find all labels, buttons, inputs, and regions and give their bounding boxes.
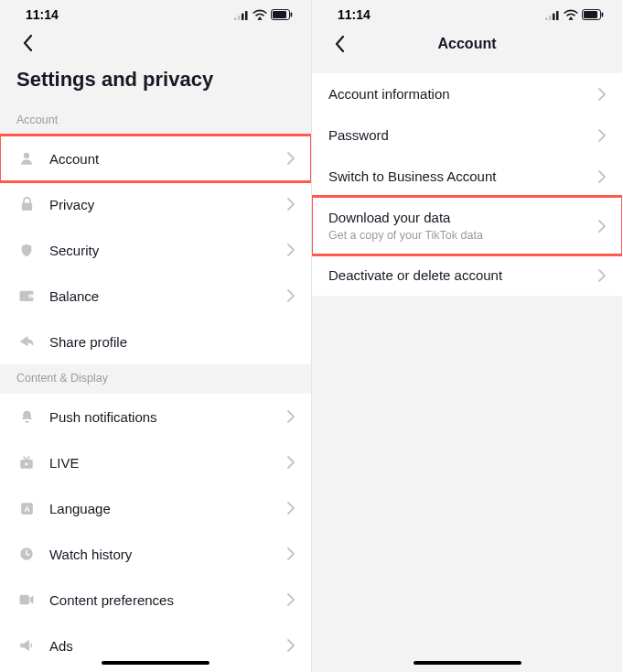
chevron-right-icon: [287, 639, 295, 652]
chevron-right-icon: [598, 170, 606, 183]
row-label: Account: [49, 151, 287, 167]
svg-rect-2: [242, 13, 244, 20]
status-time: 11:14: [26, 7, 59, 22]
chevron-right-icon: [598, 220, 606, 233]
language-icon: A: [16, 498, 37, 518]
row-label: Watch history: [49, 547, 287, 562]
chevron-right-icon: [287, 593, 295, 606]
home-indicator[interactable]: [102, 661, 209, 666]
svg-rect-22: [556, 11, 559, 20]
row-label: Security: [49, 243, 287, 258]
chevron-right-icon: [287, 502, 295, 515]
wallet-icon: [16, 286, 37, 306]
chevron-right-icon: [287, 152, 295, 165]
row-language[interactable]: A Language: [0, 485, 311, 531]
list-account-settings: Account information Password Switch to B…: [312, 73, 622, 296]
chevron-right-icon: [287, 456, 295, 469]
row-account-information[interactable]: Account information: [312, 73, 622, 114]
wifi-icon: [252, 9, 267, 20]
status-bar: 11:14: [0, 0, 311, 26]
svg-rect-3: [245, 11, 248, 20]
page-title: Settings and privacy: [0, 62, 311, 106]
list-account: Account Privacy Security Balance: [0, 135, 311, 364]
svg-rect-7: [291, 13, 293, 17]
phone-settings: 11:14 Settings and privacy Account Accou…: [0, 0, 311, 672]
row-share-profile[interactable]: Share profile: [0, 319, 311, 364]
svg-rect-0: [234, 17, 237, 20]
chevron-right-icon: [287, 198, 295, 211]
status-icons: [234, 9, 293, 20]
svg-point-23: [570, 17, 573, 20]
row-watch-history[interactable]: Watch history: [0, 531, 311, 577]
status-bar: 11:14: [312, 0, 622, 26]
chevron-left-icon: [23, 35, 33, 51]
chevron-left-icon: [335, 36, 345, 52]
row-label: Language: [49, 501, 287, 516]
row-label: Account information: [328, 86, 598, 102]
row-subtitle: Get a copy of your TikTok data: [328, 229, 598, 242]
svg-rect-26: [602, 13, 604, 17]
section-label-content: Content & Display: [0, 364, 311, 394]
nav-bar: [0, 26, 311, 62]
clock-icon: [16, 544, 37, 564]
row-label: Switch to Business Account: [328, 168, 598, 184]
row-deactivate[interactable]: Deactivate or delete account: [312, 255, 622, 296]
home-indicator[interactable]: [414, 661, 521, 666]
video-icon: [16, 590, 37, 610]
signal-icon: [545, 10, 560, 20]
row-download-data[interactable]: Download your data Get a copy of your Ti…: [312, 197, 622, 255]
row-live[interactable]: LIVE: [0, 439, 311, 485]
row-label: Deactivate or delete account: [328, 267, 598, 283]
row-password[interactable]: Password: [312, 114, 622, 156]
row-push-notifications[interactable]: Push notifications: [0, 394, 311, 439]
chevron-right-icon: [287, 410, 295, 423]
chevron-right-icon: [287, 547, 295, 560]
row-label: LIVE: [49, 455, 287, 471]
back-button[interactable]: [16, 32, 38, 54]
svg-rect-21: [553, 13, 555, 20]
share-icon: [16, 331, 37, 352]
status-time: 11:14: [338, 7, 371, 22]
svg-point-8: [24, 153, 29, 158]
wifi-icon: [564, 9, 578, 20]
status-icons: [545, 9, 604, 20]
row-label: Balance: [49, 288, 287, 304]
row-security[interactable]: Security: [0, 227, 311, 273]
svg-rect-6: [273, 11, 286, 18]
phone-account: 11:14 Account Account information Passwo…: [311, 0, 622, 672]
svg-text:A: A: [24, 504, 29, 514]
bell-icon: [16, 406, 37, 427]
row-label: Push notifications: [49, 409, 287, 425]
svg-point-4: [259, 17, 262, 20]
spacer: [312, 64, 622, 73]
back-button[interactable]: [328, 33, 350, 55]
row-privacy[interactable]: Privacy: [0, 181, 311, 227]
row-display[interactable]: Display: [0, 668, 311, 672]
nav-bar: Account: [312, 26, 622, 64]
person-icon: [16, 148, 37, 168]
row-label: Download your data: [328, 210, 598, 225]
signal-icon: [234, 10, 249, 20]
row-balance[interactable]: Balance: [0, 273, 311, 319]
svg-point-12: [30, 295, 32, 297]
chevron-right-icon: [598, 269, 606, 282]
svg-rect-19: [545, 17, 548, 20]
svg-rect-25: [584, 11, 597, 18]
chevron-right-icon: [287, 289, 295, 302]
section-label-account: Account: [0, 106, 311, 135]
nav-title: Account: [438, 36, 497, 52]
row-account[interactable]: Account: [0, 135, 311, 181]
svg-rect-1: [238, 16, 241, 20]
row-label: Password: [328, 127, 598, 143]
row-label: Content preferences: [49, 592, 287, 608]
lock-icon: [16, 194, 37, 214]
svg-rect-9: [21, 203, 31, 211]
chevron-right-icon: [287, 244, 295, 256]
live-icon: [16, 452, 37, 472]
battery-icon: [582, 9, 604, 20]
chevron-right-icon: [598, 129, 606, 142]
row-switch-business[interactable]: Switch to Business Account: [312, 156, 622, 197]
row-content-preferences[interactable]: Content preferences: [0, 577, 311, 623]
svg-rect-17: [20, 595, 30, 605]
shield-icon: [16, 240, 37, 260]
